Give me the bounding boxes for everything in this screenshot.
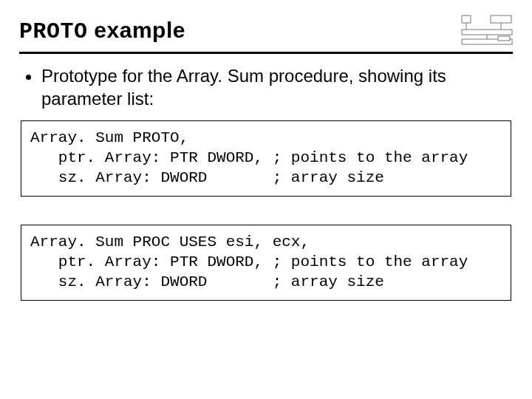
title-rest-part: example — [88, 18, 185, 42]
slide: PROTO example Prototype for the Array. S… — [0, 0, 532, 399]
code-box-proto: Array. Sum PROTO, ptr. Array: PTR DWORD,… — [21, 120, 511, 197]
code-box-proc: Array. Sum PROC USES esi, ecx, ptr. Arra… — [21, 225, 511, 301]
code-proc: Array. Sum PROC USES esi, ecx, ptr. Arra… — [30, 233, 502, 293]
bullet-list: Prototype for the Array. Sum procedure, … — [41, 64, 513, 110]
header-row: PROTO example — [19, 18, 513, 47]
title-divider — [19, 52, 513, 54]
code-proto: Array. Sum PROTO, ptr. Array: PTR DWORD,… — [30, 129, 502, 188]
architecture-diagram-icon — [461, 15, 513, 47]
slide-title: PROTO example — [19, 18, 185, 44]
svg-rect-7 — [498, 36, 510, 41]
svg-rect-0 — [462, 16, 471, 23]
title-mono-part: PROTO — [19, 19, 88, 44]
svg-rect-1 — [491, 16, 511, 23]
bullet-item: Prototype for the Array. Sum procedure, … — [41, 64, 455, 110]
svg-rect-4 — [462, 30, 512, 35]
